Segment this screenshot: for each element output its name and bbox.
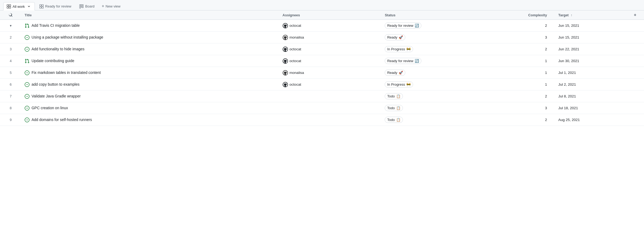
svg-rect-1 [9, 5, 11, 6]
target-cell: Jun 15, 2021 [555, 32, 626, 43]
tab-ready-for-review[interactable]: Ready for review [36, 2, 75, 10]
item-title: Add Travis CI migration table [32, 23, 80, 28]
row-number: 3 [0, 43, 21, 55]
action-cell [626, 43, 644, 55]
complexity-cell: 2 [484, 90, 555, 102]
new-view-button[interactable]: + New view [99, 2, 123, 10]
table-icon [7, 4, 11, 9]
status-cell: Todo 📋 ▾ [381, 90, 484, 102]
svg-rect-7 [42, 7, 43, 8]
svg-rect-9 [81, 5, 82, 7]
status-badge[interactable]: Todo 📋 [385, 117, 403, 123]
status-cell: In Progress 🚧 ▾ [381, 43, 484, 55]
status-badge[interactable]: In Progress 🚧 [385, 46, 413, 52]
row-number: ▼ [0, 20, 21, 32]
status-badge[interactable]: Todo 📋 [385, 105, 403, 111]
target-cell: Jul 1, 2021 [555, 67, 626, 79]
target-cell: Jul 8, 2021 [555, 90, 626, 102]
table-row: 6 add copy button to examples octocat ▾ [0, 79, 644, 90]
item-type-icon [25, 58, 29, 63]
expand-arrow[interactable]: ▼ [9, 24, 12, 27]
avatar [283, 23, 288, 28]
item-type-icon [25, 105, 29, 111]
status-cell: Ready 🚀 ▾ [381, 32, 484, 43]
svg-rect-0 [7, 5, 9, 6]
action-cell [626, 79, 644, 90]
table-row: 7 Validate Java Gradle wrapper ▾ Todo 📋 … [0, 90, 644, 102]
action-cell [626, 32, 644, 43]
tab-board-label: Board [85, 4, 95, 8]
status-cell: Todo 📋 ▾ [381, 102, 484, 114]
status-badge[interactable]: Ready for review 🔄 [385, 22, 421, 29]
plus-icon: + [102, 4, 104, 9]
item-type-icon [25, 82, 29, 87]
sort-icon[interactable]: ↑ [571, 13, 572, 17]
table-row: 8 GPC creation on linux ▾ Todo 📋 ▾ [0, 102, 644, 114]
item-title: add copy button to examples [32, 82, 80, 86]
table-row: 2 Using a package without installing pac… [0, 32, 644, 43]
tab-ready-for-review-label: Ready for review [45, 4, 72, 8]
status-cell: Ready for review 🔄 ▾ [381, 20, 484, 32]
assignee-cell: ▾ [279, 102, 382, 114]
assignee-cell: octocat ▾ [279, 55, 382, 67]
svg-rect-6 [40, 7, 41, 8]
assignee-cell: octocat ▾ [279, 43, 382, 55]
assignee-name: octocat [290, 24, 301, 28]
add-column-header[interactable]: + [626, 10, 644, 20]
status-cell: In Progress 🚧 ▾ [381, 79, 484, 90]
action-cell [626, 102, 644, 114]
target-cell: Jun 30, 2021 [555, 55, 626, 67]
item-type-icon [25, 70, 29, 75]
assignee-cell: octocat ▾ [279, 79, 382, 90]
status-header: Status [381, 10, 484, 20]
tab-board[interactable]: Board [76, 2, 98, 10]
svg-rect-5 [42, 5, 43, 6]
assignee-cell: monalisa ▾ [279, 67, 382, 79]
complexity-cell: 2 [484, 114, 555, 126]
title-cell: Validate Java Gradle wrapper [21, 90, 279, 102]
assignees-header: Assignees [279, 10, 382, 20]
status-badge[interactable]: Ready 🚀 [385, 34, 405, 40]
svg-rect-3 [9, 7, 11, 8]
item-title: Fix markdown tables in translated conten… [32, 70, 101, 75]
row-number-value: 2 [10, 35, 12, 39]
target-cell: Jul 18, 2021 [555, 102, 626, 114]
target-header-label: Target [558, 13, 569, 17]
status-badge[interactable]: Ready 🚀 [385, 70, 405, 76]
issues-table: Title Assignees Status Complexity Target… [0, 10, 644, 126]
assignee-name: octocat [290, 82, 301, 86]
complexity-cell: 1 [484, 79, 555, 90]
search-header[interactable] [0, 10, 21, 20]
table-row: 5 Fix markdown tables in translated cont… [0, 67, 644, 79]
board-icon [79, 4, 84, 9]
item-title: Update contributing guide [32, 59, 74, 63]
complexity-cell: 3 [484, 32, 555, 43]
item-title: Add functionality to hide images [32, 47, 85, 51]
table-row: ▼ Add Travis CI migration table octocat … [0, 20, 644, 32]
title-cell: Using a package without installing packa… [21, 32, 279, 43]
avatar [283, 70, 288, 75]
table-row: 3 Add functionality to hide images octoc… [0, 43, 644, 55]
complexity-cell: 3 [484, 102, 555, 114]
action-cell [626, 90, 644, 102]
status-badge[interactable]: Ready for review 🔄 [385, 58, 421, 64]
row-number: 8 [0, 102, 21, 114]
assignee-cell: ▾ [279, 90, 382, 102]
assignee-name: monalisa [290, 71, 304, 75]
table-header-row: Title Assignees Status Complexity Target… [0, 10, 644, 20]
item-title: Add domains for self-hosted runners [32, 118, 92, 122]
tab-all-work[interactable]: All work [3, 2, 35, 10]
status-badge[interactable]: Todo 📋 [385, 93, 403, 99]
tab-dropdown-icon[interactable] [27, 4, 31, 9]
target-header: Target ↑ [555, 10, 626, 20]
item-type-icon [25, 35, 29, 40]
add-column-icon[interactable]: + [634, 13, 636, 17]
assignee-name: octocat [290, 47, 301, 51]
table-icon-2 [39, 4, 44, 9]
complexity-cell: 1 [484, 67, 555, 79]
status-badge[interactable]: In Progress 🚧 [385, 81, 413, 88]
status-cell: Todo 📋 ▾ [381, 114, 484, 126]
assignee-cell: monalisa ▾ [279, 32, 382, 43]
title-cell: Add domains for self-hosted runners [21, 114, 279, 126]
svg-rect-4 [40, 5, 41, 6]
